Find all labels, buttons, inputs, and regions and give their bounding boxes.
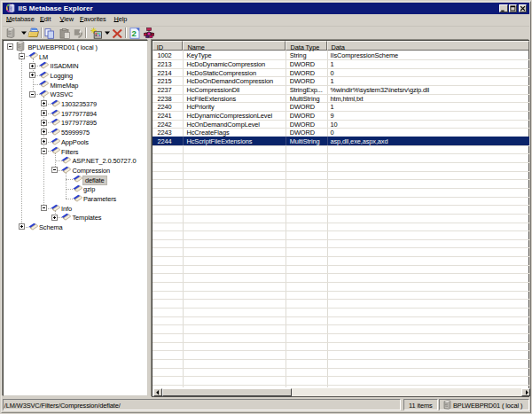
svg-text:2: 2 — [131, 28, 136, 38]
